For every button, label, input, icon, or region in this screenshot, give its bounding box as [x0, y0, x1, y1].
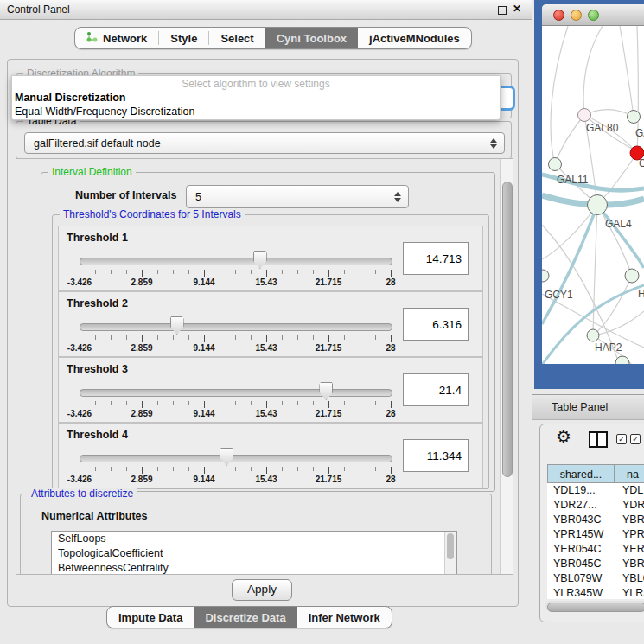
network-node-label: H [638, 288, 644, 300]
tab-impute-data[interactable]: Impute Data [107, 607, 194, 628]
tab-select[interactable]: Select [209, 28, 265, 48]
tick-label: 2.859 [131, 343, 152, 353]
network-node-label: HAP2 [595, 341, 622, 354]
network-node[interactable] [542, 270, 549, 282]
dropdown-option-manual[interactable]: Manual Discretization [15, 92, 126, 104]
table-hscrollbar[interactable] [545, 601, 644, 611]
tick-label: 2.859 [131, 475, 152, 484]
close-traffic-light[interactable] [553, 10, 564, 21]
attribute-item[interactable]: SelfLoops [52, 532, 456, 546]
network-node[interactable] [625, 269, 639, 283]
tab-jactivemnodules[interactable]: jActiveMNodules [358, 28, 471, 48]
table-row[interactable]: YLR345WYLR3 [547, 586, 644, 599]
zoom-traffic-light[interactable] [588, 10, 599, 21]
network-window: GAL80GACGAL11GAL4GCY1HHAP2 [542, 4, 644, 364]
attribute-item[interactable]: TopologicalCoefficient [52, 546, 456, 561]
dropdown-option-equal-width[interactable]: Equal Width/Frequency Discretization [15, 105, 194, 118]
column-header-name[interactable]: na [615, 464, 644, 483]
slider-thumb[interactable] [220, 448, 233, 466]
tab-label: Style [170, 32, 197, 45]
threshold-2-value-input[interactable] [403, 308, 469, 341]
threshold-2-slider[interactable]: -3.4262.8599.14415.4321.71528 [80, 315, 391, 354]
table-row[interactable]: YBL079WYBL0 [547, 571, 644, 586]
table-cell: YDL1 [615, 483, 644, 498]
numerical-attributes-label: Numerical Attributes [41, 510, 147, 522]
slider-track[interactable] [80, 455, 392, 462]
split-pane-icon[interactable] [589, 431, 608, 448]
network-node-label: GCY1 [545, 289, 573, 301]
threshold-3-slider[interactable]: -3.4262.8599.14415.4321.71528 [80, 380, 391, 420]
settings-scrollbar[interactable] [500, 159, 513, 574]
slider-thumb[interactable] [319, 382, 333, 400]
table-header: shared... na [547, 464, 644, 483]
table-row[interactable]: YPR145WYPR1 [547, 527, 644, 542]
network-svg: GAL80GACGAL11GAL4GCY1HHAP2 [542, 26, 644, 364]
tick-label: 21.715 [316, 475, 342, 484]
table-row[interactable]: YDL19...YDL1 [547, 483, 644, 498]
tick-label: 9.144 [193, 409, 214, 418]
attributes-listbox[interactable]: SelfLoopsTopologicalCoefficientBetweenne… [51, 531, 457, 575]
apply-button[interactable]: Apply [232, 579, 292, 601]
slider-track[interactable] [80, 258, 392, 265]
slider-scale: -3.4262.8599.14415.4321.71528 [80, 475, 391, 485]
slider-track[interactable] [80, 323, 392, 331]
threshold-1-value-input[interactable] [403, 242, 469, 275]
network-node[interactable] [549, 158, 562, 171]
spinner-arrows-icon[interactable] [394, 192, 401, 202]
column-header-shared[interactable]: shared... [547, 464, 615, 483]
close-icon[interactable]: ✕ [513, 3, 521, 15]
threshold-3-value-input[interactable] [403, 373, 469, 406]
tick-label: 15.43 [255, 343, 277, 353]
float-window-icon[interactable] [498, 6, 507, 15]
network-node-label: GA [635, 127, 644, 139]
slider-thumb[interactable] [253, 251, 267, 269]
tick-label: -3.426 [67, 277, 92, 287]
list-scrollbar-thumb[interactable] [447, 533, 454, 559]
threshold-1-slider[interactable]: -3.4262.8599.14415.4321.71528 [80, 249, 391, 289]
combobox-arrows-icon[interactable] [490, 138, 497, 149]
table-row[interactable]: YBR045CYBR0 [547, 557, 644, 571]
network-node[interactable] [628, 111, 641, 124]
tab-discretize-data[interactable]: Discretize Data [194, 607, 296, 628]
network-canvas[interactable]: GAL80GACGAL11GAL4GCY1HHAP2 [542, 26, 644, 364]
threshold-4-value-input[interactable] [403, 439, 469, 472]
tick-label: 15.43 [255, 475, 277, 484]
tab-network[interactable]: Network [75, 28, 158, 48]
network-window-titlebar[interactable] [542, 4, 644, 26]
slider-major-ticks [80, 401, 392, 408]
threshold-3-panel: Threshold 3 -3.4262.8599.14415.4321.7152… [58, 357, 483, 423]
minimize-traffic-light[interactable] [571, 10, 582, 21]
slider-track[interactable] [80, 389, 392, 397]
slider-major-ticks [80, 270, 392, 277]
tab-cyni-toolbox[interactable]: Cyni Toolbox [265, 28, 358, 48]
tick-label: 28 [386, 277, 395, 287]
attribute-item[interactable]: BetweennessCentrality [52, 561, 456, 575]
tab-style[interactable]: Style [159, 28, 208, 48]
table-row[interactable]: YDR27...YDR2 [547, 498, 644, 513]
table-cell: YLR3 [615, 586, 644, 599]
table-hscrollbar-thumb[interactable] [547, 603, 644, 612]
table-row[interactable]: YER054CYER0 [547, 542, 644, 557]
tab-infer-network[interactable]: Infer Network [297, 607, 392, 628]
tab-label: Cyni Toolbox [277, 32, 347, 45]
tick-label: 2.859 [131, 409, 152, 418]
settings-scrollbar-thumb[interactable] [502, 182, 513, 477]
threshold-label: Threshold 3 [67, 363, 128, 375]
number-of-intervals-spinner[interactable]: 5 [186, 185, 409, 208]
checkbox-icon[interactable]: ✓ [616, 434, 627, 444]
threshold-1-panel: Threshold 1 -3.4262.8599.14415.4321.7152… [58, 226, 483, 291]
table-row[interactable]: YBR043CYBR0 [547, 513, 644, 527]
checkbox-icon[interactable]: ✓ [630, 434, 641, 444]
network-node[interactable] [587, 329, 599, 341]
threshold-2-panel: Threshold 2 -3.4262.8599.14415.4321.7152… [58, 291, 483, 357]
network-node-label: GAL80 [586, 122, 619, 134]
gear-icon[interactable]: ⚙ [556, 428, 571, 445]
table-data-combobox[interactable]: galFiltered.sif default node [24, 132, 505, 154]
tab-label: Select [220, 32, 253, 45]
network-node[interactable] [588, 195, 608, 215]
network-node[interactable] [578, 109, 591, 122]
threshold-4-slider[interactable]: -3.4262.8599.14415.4321.71528 [80, 446, 391, 486]
list-scrollbar[interactable] [444, 532, 456, 575]
page-title: Control Panel [7, 3, 70, 16]
slider-thumb[interactable] [170, 316, 184, 335]
